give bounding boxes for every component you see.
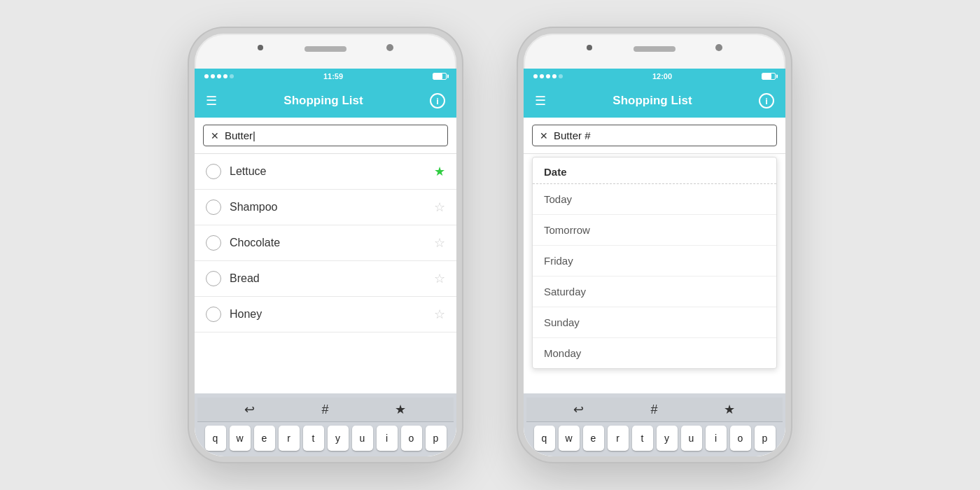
toolbar-key-star-2[interactable]: ★ — [724, 402, 735, 417]
dropdown-container: Date Today Tomorrow Friday Saturday Sund… — [524, 154, 785, 393]
check-circle-chocolate[interactable] — [206, 235, 221, 251]
dropdown-item-monday[interactable]: Monday — [533, 338, 776, 368]
star-icon-chocolate[interactable]: ☆ — [434, 235, 445, 251]
key-u-2[interactable]: u — [681, 426, 702, 451]
key-i-2[interactable]: i — [706, 426, 727, 451]
phone-2: 12:00 ☰ Shopping List i ✕ Butter # Date — [518, 28, 791, 462]
info-icon-1[interactable]: i — [430, 93, 445, 108]
keyboard-1: ↩ # ★ q w e r t y u i o p — [195, 393, 456, 456]
star-icon-honey[interactable]: ☆ — [434, 307, 445, 322]
screen-1: 11:59 ☰ Shopping List i ✕ Butter| Let — [195, 69, 456, 456]
front-camera-2 — [587, 45, 592, 50]
item-text-lettuce: Lettuce — [230, 165, 426, 178]
key-e-2[interactable]: e — [583, 426, 604, 451]
key-e[interactable]: e — [254, 426, 275, 451]
phone-top-hardware — [195, 34, 456, 76]
app-title-2: Shopping List — [612, 94, 692, 108]
search-bar-2: ✕ Butter # — [524, 118, 785, 154]
key-p-2[interactable]: p — [755, 426, 776, 451]
toolbar-key-return-2[interactable]: ↩ — [573, 402, 584, 417]
hamburger-icon-2[interactable]: ☰ — [535, 93, 546, 108]
item-text-honey: Honey — [230, 308, 426, 321]
item-text-chocolate: Chocolate — [230, 237, 426, 249]
search-input-row-2[interactable]: ✕ Butter # — [532, 125, 777, 146]
list-item-chocolate[interactable]: Chocolate ☆ — [195, 225, 456, 261]
check-circle-honey[interactable] — [206, 307, 221, 322]
list-container-1: Lettuce ★ Shampoo ☆ Chocolate ☆ Bread ☆ … — [195, 154, 456, 393]
search-bar-1: ✕ Butter| — [195, 118, 456, 154]
keyboard-toolbar-1: ↩ # ★ — [197, 398, 454, 422]
key-q-2[interactable]: q — [534, 426, 555, 451]
keyboard-2: ↩ # ★ q w e r t y u i o p — [524, 393, 785, 456]
key-q[interactable]: q — [205, 426, 226, 451]
search-value-1[interactable]: Butter| — [225, 130, 440, 141]
front-camera — [258, 45, 263, 50]
app-title-1: Shopping List — [284, 94, 363, 108]
key-i[interactable]: i — [377, 426, 398, 451]
screen-2: 12:00 ☰ Shopping List i ✕ Butter # Date — [524, 69, 785, 456]
keyboard-row-2: q w e r t y u i o p — [526, 426, 783, 451]
key-r[interactable]: r — [279, 426, 300, 451]
search-value-2[interactable]: Butter # — [554, 130, 769, 141]
toolbar-key-hash-1[interactable]: # — [321, 402, 328, 417]
key-t[interactable]: t — [303, 426, 324, 451]
app-header-2: ☰ Shopping List i — [524, 84, 785, 118]
clear-icon-1[interactable]: ✕ — [211, 130, 219, 141]
check-circle-lettuce[interactable] — [206, 164, 221, 179]
dropdown-item-tomorrow[interactable]: Tomorrow — [533, 215, 776, 246]
list-item-lettuce[interactable]: Lettuce ★ — [195, 154, 456, 190]
speaker — [304, 46, 346, 52]
dropdown-header: Date — [533, 158, 776, 184]
clear-icon-2[interactable]: ✕ — [540, 130, 548, 141]
key-w-2[interactable]: w — [559, 426, 580, 451]
keyboard-toolbar-2: ↩ # ★ — [526, 398, 783, 422]
item-text-bread: Bread — [230, 272, 426, 285]
star-icon-shampoo[interactable]: ☆ — [434, 200, 445, 215]
star-icon-lettuce[interactable]: ★ — [434, 164, 445, 179]
key-t-2[interactable]: t — [632, 426, 653, 451]
check-circle-bread[interactable] — [206, 271, 221, 286]
toolbar-key-hash-2[interactable]: # — [650, 402, 657, 417]
phone-1: 11:59 ☰ Shopping List i ✕ Butter| Let — [189, 28, 462, 462]
key-y-2[interactable]: y — [657, 426, 678, 451]
key-u[interactable]: u — [352, 426, 373, 451]
dropdown-item-friday[interactable]: Friday — [533, 246, 776, 276]
check-circle-shampoo[interactable] — [206, 200, 221, 215]
dropdown-item-today[interactable]: Today — [533, 184, 776, 215]
toolbar-key-return-1[interactable]: ↩ — [244, 402, 255, 417]
list-item-bread[interactable]: Bread ☆ — [195, 261, 456, 297]
item-text-shampoo: Shampoo — [230, 201, 426, 214]
app-header-1: ☰ Shopping List i — [195, 84, 456, 118]
hamburger-icon-1[interactable]: ☰ — [206, 93, 217, 108]
camera — [386, 44, 393, 51]
key-p[interactable]: p — [426, 426, 447, 451]
toolbar-key-star-1[interactable]: ★ — [395, 402, 406, 417]
key-o[interactable]: o — [401, 426, 422, 451]
list-item-honey[interactable]: Honey ☆ — [195, 297, 456, 332]
search-input-row-1[interactable]: ✕ Butter| — [203, 125, 448, 146]
key-r-2[interactable]: r — [608, 426, 629, 451]
phone-top-hardware-2 — [524, 34, 785, 76]
star-icon-bread[interactable]: ☆ — [434, 271, 445, 286]
info-icon-2[interactable]: i — [759, 93, 774, 108]
key-o-2[interactable]: o — [730, 426, 751, 451]
key-w[interactable]: w — [230, 426, 251, 451]
list-item-shampoo[interactable]: Shampoo ☆ — [195, 190, 456, 225]
dropdown-menu: Date Today Tomorrow Friday Saturday Sund… — [532, 157, 777, 369]
camera-2 — [715, 44, 722, 51]
dropdown-item-saturday[interactable]: Saturday — [533, 276, 776, 307]
speaker-2 — [634, 46, 676, 52]
keyboard-row-1: q w e r t y u i o p — [197, 426, 454, 451]
dropdown-item-sunday[interactable]: Sunday — [533, 307, 776, 338]
key-y[interactable]: y — [328, 426, 349, 451]
